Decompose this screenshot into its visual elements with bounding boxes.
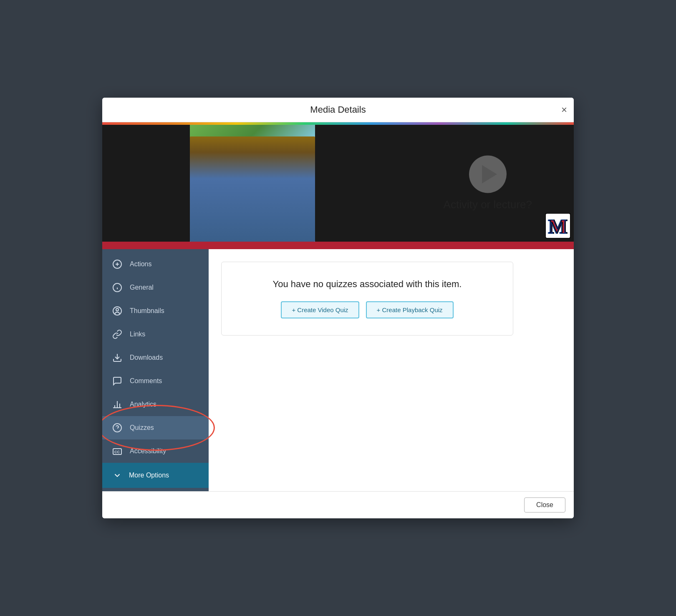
sidebar-label-downloads: Downloads — [130, 354, 163, 361]
modal-header: Media Details × — [102, 98, 574, 122]
sidebar-label-analytics: Analytics — [130, 401, 156, 408]
cc-icon: CC — [111, 445, 123, 457]
plus-circle-icon — [111, 258, 123, 270]
content-area: Actions General — [102, 249, 574, 491]
modal-overlay: Media Details × Activity or lecture? — [0, 0, 676, 616]
create-playback-quiz-button[interactable]: + Create Playback Quiz — [366, 301, 454, 318]
modal-body: Activity or lecture? M M — [102, 125, 574, 491]
sidebar-item-downloads[interactable]: Downloads — [102, 346, 209, 369]
question-circle-icon — [111, 422, 123, 434]
sidebar-item-analytics[interactable]: Analytics — [102, 393, 209, 416]
video-thumbnail — [190, 125, 315, 242]
sidebar-item-comments[interactable]: Comments — [102, 369, 209, 393]
sidebar-item-thumbnails[interactable]: Thumbnails — [102, 299, 209, 323]
sidebar-label-links: Links — [130, 331, 145, 338]
play-icon — [482, 165, 497, 184]
sidebar-item-links[interactable]: Links — [102, 323, 209, 346]
sidebar-item-general[interactable]: General — [102, 276, 209, 299]
create-video-quiz-button[interactable]: + Create Video Quiz — [281, 301, 359, 318]
chevron-down-icon — [111, 470, 123, 481]
bar-chart-icon — [111, 399, 123, 410]
download-icon — [111, 352, 123, 364]
sidebar-label-accessibility: Accessibility — [130, 447, 166, 455]
sidebar-label-actions: Actions — [130, 260, 151, 268]
sidebar-item-actions[interactable]: Actions — [102, 252, 209, 276]
more-options-label: More Options — [129, 472, 169, 479]
sidebar-label-general: General — [130, 284, 154, 291]
sidebar: Actions General — [102, 249, 209, 491]
footer-close-button[interactable]: Close — [524, 497, 565, 512]
quiz-empty-box: You have no quizzes associated with this… — [221, 262, 513, 336]
red-accent-bar — [102, 242, 574, 249]
svg-point-10 — [116, 308, 119, 311]
main-content: You have no quizzes associated with this… — [209, 249, 574, 491]
sidebar-label-comments: Comments — [130, 377, 162, 385]
video-title: Activity or lecture? — [444, 198, 532, 211]
sidebar-label-thumbnails: Thumbnails — [130, 307, 164, 315]
play-button[interactable] — [469, 156, 507, 193]
university-logo: M M — [545, 213, 570, 238]
svg-text:CC: CC — [114, 450, 120, 454]
user-circle-icon — [111, 305, 123, 317]
video-title-overlay: Activity or lecture? — [444, 156, 532, 211]
sidebar-item-accessibility[interactable]: CC Accessibility — [102, 439, 209, 463]
media-details-modal: Media Details × Activity or lecture? — [102, 98, 574, 518]
quiz-buttons: + Create Video Quiz + Create Playback Qu… — [234, 301, 500, 318]
sidebar-more-options[interactable]: More Options — [102, 463, 209, 488]
modal-footer: Close — [102, 491, 574, 518]
info-circle-icon — [111, 282, 123, 293]
quiz-empty-message: You have no quizzes associated with this… — [234, 279, 500, 290]
chat-icon — [111, 375, 123, 387]
link-icon — [111, 328, 123, 340]
svg-text:M: M — [548, 215, 567, 237]
modal-title: Media Details — [310, 104, 366, 115]
modal-close-button[interactable]: × — [561, 105, 567, 115]
sidebar-label-quizzes: Quizzes — [130, 424, 154, 432]
sidebar-item-quizzes[interactable]: Quizzes — [102, 416, 209, 439]
video-section: Activity or lecture? M M — [102, 125, 574, 242]
person-figure — [190, 136, 315, 242]
